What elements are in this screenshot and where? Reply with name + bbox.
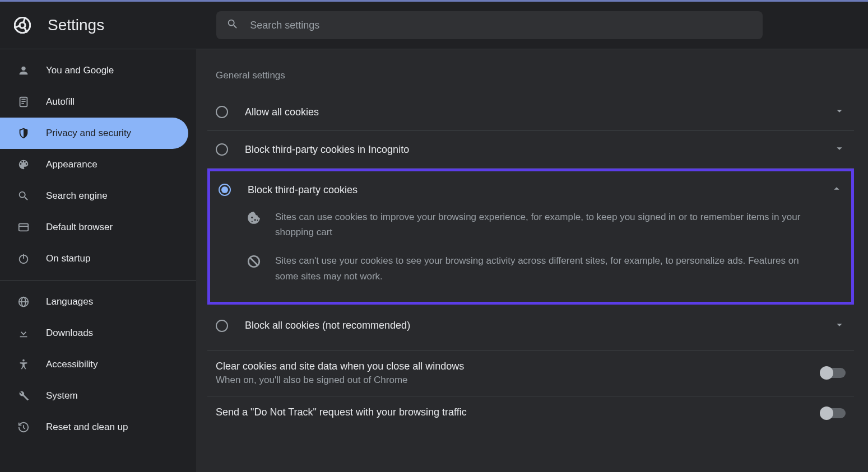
chrome-logo-icon <box>14 17 31 34</box>
sidebar-item-label: System <box>46 390 78 401</box>
sidebar-item-label: You and Google <box>46 65 114 76</box>
svg-rect-7 <box>19 224 29 231</box>
radio-icon <box>216 106 228 118</box>
sidebar-item-autofill[interactable]: Autofill <box>0 86 188 118</box>
highlighted-option-box: Block third-party cookies Sites can use … <box>207 169 854 305</box>
sidebar-item-default-browser[interactable]: Default browser <box>0 212 188 243</box>
download-icon <box>17 327 30 339</box>
sidebar-item-you-and-google[interactable]: You and Google <box>0 55 188 86</box>
setting-title: Clear cookies and site data when you clo… <box>216 361 821 372</box>
shield-icon <box>17 127 30 139</box>
sidebar-item-label: Autofill <box>46 96 75 108</box>
svg-point-0 <box>15 17 30 33</box>
sidebar-section-primary: You and Google Autofill Privacy and secu… <box>0 49 196 280</box>
sidebar: You and Google Autofill Privacy and secu… <box>0 49 196 472</box>
sidebar-item-label: Privacy and security <box>46 128 131 139</box>
browser-icon <box>17 221 30 233</box>
sidebar-item-label: On startup <box>46 253 90 264</box>
search-box[interactable] <box>216 11 763 39</box>
sidebar-item-downloads[interactable]: Downloads <box>0 317 188 349</box>
option-block-third-party-incognito[interactable]: Block third-party cookies in Incognito <box>207 131 854 169</box>
block-icon <box>247 254 261 271</box>
svg-line-18 <box>250 258 258 265</box>
sidebar-item-label: Languages <box>46 296 93 307</box>
autofill-icon <box>17 96 30 108</box>
option-label: Block third-party cookies in Incognito <box>245 144 833 156</box>
chevron-down-icon <box>833 105 846 119</box>
chevron-down-icon <box>833 319 846 333</box>
chevron-down-icon <box>833 142 846 157</box>
sidebar-item-accessibility[interactable]: Accessibility <box>0 349 188 380</box>
section-heading: General settings <box>207 63 854 94</box>
toggle-switch[interactable] <box>821 408 846 418</box>
svg-rect-5 <box>21 101 25 102</box>
svg-rect-6 <box>21 103 24 104</box>
page-title: Settings <box>48 16 104 34</box>
cookie-icon <box>247 211 261 227</box>
sidebar-item-appearance[interactable]: Appearance <box>0 149 188 180</box>
accessibility-icon <box>17 358 30 371</box>
radio-icon <box>216 143 228 156</box>
setting-text: Send a "Do Not Track" request with your … <box>216 406 821 420</box>
layout: You and Google Autofill Privacy and secu… <box>0 49 868 472</box>
sidebar-item-languages[interactable]: Languages <box>0 286 188 317</box>
sidebar-section-secondary: Languages Downloads Accessibility System… <box>0 280 196 448</box>
option-block-all-cookies[interactable]: Block all cookies (not recommended) <box>207 307 854 344</box>
svg-line-16 <box>24 428 25 429</box>
sidebar-item-label: Reset and clean up <box>46 422 128 433</box>
sidebar-item-system[interactable]: System <box>0 380 188 412</box>
sidebar-item-label: Downloads <box>46 328 93 339</box>
toggle-switch[interactable] <box>821 368 846 378</box>
power-icon <box>17 253 30 265</box>
search-icon <box>226 18 250 32</box>
sidebar-item-label: Search engine <box>46 190 108 202</box>
setting-text: Clear cookies and site data when you clo… <box>216 361 821 386</box>
option-label: Allow all cookies <box>245 106 833 118</box>
option-label: Block all cookies (not recommended) <box>245 320 833 331</box>
option-label: Block third-party cookies <box>248 184 830 196</box>
detail-row: Sites can use cookies to improve your br… <box>210 203 851 246</box>
svg-rect-4 <box>21 99 25 100</box>
palette-icon <box>17 158 30 171</box>
radio-icon <box>216 320 228 332</box>
header: Settings <box>0 2 868 49</box>
setting-clear-cookies-on-close: Clear cookies and site data when you clo… <box>207 350 854 396</box>
option-block-third-party[interactable]: Block third-party cookies <box>210 171 851 203</box>
restore-icon <box>17 421 30 433</box>
sidebar-item-on-startup[interactable]: On startup <box>0 243 188 274</box>
setting-title: Send a "Do Not Track" request with your … <box>216 406 821 418</box>
detail-text: Sites can't use your cookies to see your… <box>275 253 823 283</box>
setting-subtitle: When on, you'll also be signed out of Ch… <box>216 375 821 386</box>
detail-text: Sites can use cookies to improve your br… <box>275 209 823 240</box>
search-input[interactable] <box>250 20 753 31</box>
sidebar-item-search-engine[interactable]: Search engine <box>0 180 188 212</box>
sidebar-item-label: Default browser <box>46 222 113 233</box>
sidebar-item-label: Accessibility <box>46 359 98 370</box>
main-panel: General settings Allow all cookies Block… <box>196 49 868 472</box>
svg-point-14 <box>22 359 25 362</box>
chevron-up-icon <box>830 183 843 197</box>
svg-point-2 <box>21 67 25 71</box>
person-icon <box>17 64 30 77</box>
setting-do-not-track: Send a "Do Not Track" request with your … <box>207 396 854 431</box>
globe-icon <box>17 296 30 308</box>
radio-icon <box>219 184 231 196</box>
detail-row: Sites can't use your cookies to see your… <box>210 246 851 290</box>
sidebar-item-reset[interactable]: Reset and clean up <box>0 412 188 443</box>
sidebar-item-label: Appearance <box>46 159 98 170</box>
wrench-icon <box>17 390 30 402</box>
search-icon <box>17 190 30 202</box>
content: General settings Allow all cookies Block… <box>207 63 854 431</box>
sidebar-item-privacy-security[interactable]: Privacy and security <box>0 118 188 149</box>
option-allow-all-cookies[interactable]: Allow all cookies <box>207 94 854 131</box>
